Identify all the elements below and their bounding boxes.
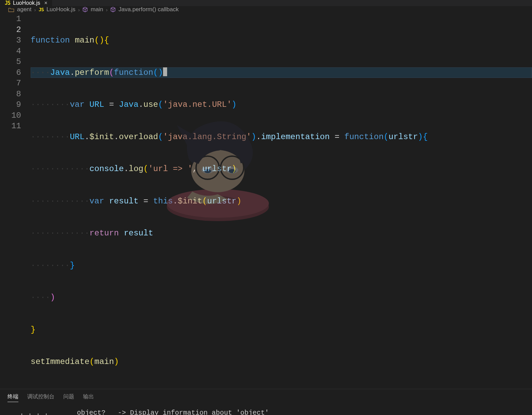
tab-terminal[interactable]: 终端 bbox=[7, 393, 18, 402]
js-file-icon: JS bbox=[5, 0, 10, 6]
line-number-gutter: 1 2 3 4 5 6 7 8 9 10 11 bbox=[0, 14, 31, 389]
line-number: 10 bbox=[0, 110, 31, 121]
folder-icon bbox=[8, 7, 14, 12]
tab-bar: JS LuoHook.js × bbox=[0, 0, 532, 6]
close-icon[interactable]: × bbox=[44, 0, 47, 6]
code-line[interactable]: ········} bbox=[31, 260, 532, 271]
bottom-panel: 终端 调试控制台 问题 输出 . . . . object? -> Displa… bbox=[0, 389, 532, 415]
terminal-line: . . . . object? -> Display information a… bbox=[7, 408, 525, 415]
editor-tab[interactable]: JS LuoHook.js × bbox=[0, 0, 52, 6]
code-line[interactable]: setImmediate(main) bbox=[31, 356, 532, 367]
line-number: 8 bbox=[0, 89, 31, 100]
text-cursor bbox=[163, 67, 167, 76]
tab-debug-console[interactable]: 调试控制台 bbox=[27, 393, 54, 402]
symbol-method-icon bbox=[82, 7, 88, 12]
tab-output[interactable]: 输出 bbox=[83, 393, 94, 402]
code-line[interactable]: ············return result bbox=[31, 228, 532, 239]
code-line[interactable]: ····) bbox=[31, 292, 532, 303]
panel-tab-bar: 终端 调试控制台 问题 输出 bbox=[0, 389, 532, 405]
breadcrumb: agent › JS LuoHook.js › main › Java.perf… bbox=[0, 6, 532, 13]
line-number: 4 bbox=[0, 46, 31, 57]
line-number: 3 bbox=[0, 35, 31, 46]
chevron-right-icon: › bbox=[78, 7, 80, 13]
line-number: 11 bbox=[0, 121, 31, 132]
code-area[interactable]: function main(){ ····Java.perform(functi… bbox=[31, 14, 532, 389]
chevron-right-icon: › bbox=[106, 7, 108, 13]
editor[interactable]: 1 2 3 4 5 6 7 8 9 10 11 function main(){… bbox=[0, 13, 532, 389]
breadcrumb-folder[interactable]: agent bbox=[17, 6, 32, 13]
symbol-method-icon bbox=[110, 7, 116, 12]
code-line[interactable]: ········var URL = Java.use('java.net.URL… bbox=[31, 99, 532, 110]
code-line[interactable]: ····Java.perform(function() bbox=[31, 67, 532, 78]
tab-filename: LuoHook.js bbox=[13, 0, 40, 6]
line-number: 9 bbox=[0, 99, 31, 110]
line-number: 5 bbox=[0, 56, 31, 67]
code-line[interactable]: ············var result = this.$init(urls… bbox=[31, 196, 532, 207]
tab-problems[interactable]: 问题 bbox=[63, 393, 74, 402]
code-line[interactable]: ········URL.$init.overload('java.lang.St… bbox=[31, 132, 532, 143]
breadcrumb-file[interactable]: LuoHook.js bbox=[46, 6, 75, 13]
line-number: 6 bbox=[0, 67, 31, 78]
breadcrumb-symbol-2[interactable]: Java.perform() callback bbox=[118, 6, 179, 13]
line-number: 2 bbox=[0, 24, 31, 35]
code-line[interactable]: function main(){ bbox=[31, 35, 532, 46]
code-line[interactable]: } bbox=[31, 325, 532, 335]
breadcrumb-symbol-1[interactable]: main bbox=[91, 6, 103, 13]
code-line[interactable]: ············console.log('url => ', urlst… bbox=[31, 164, 532, 175]
line-number: 1 bbox=[0, 14, 31, 24]
line-number: 7 bbox=[0, 78, 31, 89]
terminal-output[interactable]: . . . . object? -> Display information a… bbox=[0, 405, 532, 415]
js-file-icon: JS bbox=[39, 7, 44, 12]
chevron-right-icon: › bbox=[34, 7, 36, 13]
